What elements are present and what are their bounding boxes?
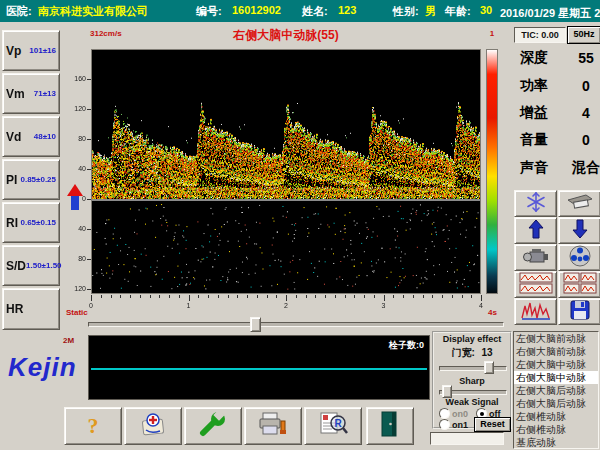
x-axis-tick (91, 295, 92, 301)
dual-view-button[interactable] (514, 271, 557, 298)
reset-button[interactable]: Reset (474, 417, 511, 432)
vessel-item[interactable]: 基底动脉 (514, 436, 598, 449)
floppy-button[interactable] (558, 298, 600, 325)
x-axis-tick (257, 295, 258, 298)
measure-label: HR (6, 302, 23, 316)
setting-value: 4 (572, 105, 600, 121)
report-button[interactable]: R (304, 407, 362, 445)
y-axis-tick (87, 229, 91, 230)
arrow-down-button[interactable] (558, 217, 600, 244)
vessel-item[interactable]: 右侧大脑前动脉 (514, 345, 598, 358)
x-axis-tick (393, 295, 394, 298)
display-effect-title: Display effect (434, 334, 510, 344)
setting-label: 功率 (520, 77, 548, 95)
gate-slider-thumb[interactable] (484, 361, 494, 374)
film-reel-button[interactable] (558, 244, 600, 271)
time-span-label: 4s (488, 308, 497, 317)
setting-row: 深度55 (514, 47, 600, 69)
x-axis-tick (325, 295, 326, 298)
header-field-label: 年龄: (445, 4, 471, 19)
patient-button[interactable] (124, 407, 182, 445)
camera-icon (522, 247, 549, 269)
tic-readout: TIC: 0.00 (514, 27, 566, 43)
arrow-up-button[interactable] (514, 217, 557, 244)
vessel-item[interactable]: 左侧大脑中动脉 (514, 358, 598, 371)
x-axis-tick (413, 295, 414, 298)
x-axis-tick (208, 295, 209, 298)
y-axis-tick-label: 40 (64, 224, 86, 234)
x-axis-tick (403, 295, 404, 298)
quad-view-button[interactable] (558, 271, 600, 298)
x-axis-tick (364, 295, 365, 298)
spectrum-button[interactable] (514, 298, 557, 325)
patient-icon (138, 411, 168, 442)
radio-on1-circle[interactable] (439, 419, 450, 430)
gate-width-label: 门宽: (451, 347, 474, 358)
wrench-button[interactable] (184, 407, 242, 445)
radio-on1[interactable]: on1 (439, 419, 468, 430)
snowflake-button[interactable] (514, 190, 557, 217)
vessel-item[interactable]: 右侧大脑后动脉 (514, 397, 598, 410)
exit-door-icon (379, 410, 401, 442)
help-button[interactable]: ? (64, 407, 122, 445)
eject-icon (566, 193, 594, 215)
radio-on0-label: on0 (452, 409, 468, 419)
header-field-label: 姓名: (302, 4, 328, 19)
eject-button[interactable] (558, 190, 600, 217)
x-axis-tick (286, 295, 287, 301)
radio-on0-circle[interactable] (439, 408, 450, 419)
y-axis-tick-label: 120 (64, 284, 86, 294)
setting-value: 0 (572, 132, 600, 148)
frequency-button[interactable]: 50Hz (567, 26, 600, 44)
gate-width-row: 门宽: 13 (434, 346, 510, 360)
vessel-item[interactable]: 右侧大脑中动脉 (514, 371, 598, 384)
setting-value: 55 (572, 50, 600, 66)
radio-on0[interactable]: on0 (439, 408, 468, 419)
measure-label: Vd (6, 130, 21, 144)
gate-slider-track[interactable] (439, 366, 507, 371)
measure-value: 0.65±0.15 (20, 218, 56, 227)
exit-door-button[interactable] (366, 407, 414, 445)
display-effect-group: Display effect 门宽: 13 Sharp Weak Signal … (432, 331, 512, 429)
y-axis-tick (87, 139, 91, 140)
timeline-slider-thumb[interactable] (250, 317, 261, 332)
x-axis-tick (189, 295, 190, 301)
x-axis-tick (452, 295, 453, 298)
header-bar: 2016/01/29 星期五 23:11:54 医院:南京科进实业有限公司编号:… (0, 0, 600, 22)
x-axis-tick (306, 295, 307, 298)
setting-row: 增益4 (514, 102, 600, 124)
svg-text:R: R (334, 418, 342, 429)
setting-label: 声音 (520, 159, 548, 177)
colorbar-scale-label: 1 (486, 29, 498, 38)
x-axis-tick (228, 295, 229, 298)
x-axis-tick (335, 295, 336, 298)
x-axis-tick (432, 295, 433, 298)
timeline-slider-track[interactable] (88, 322, 504, 327)
setting-label: 深度 (520, 49, 548, 67)
quad-view-icon (563, 272, 597, 298)
setting-value: 0 (572, 78, 600, 94)
setting-row: 音量0 (514, 129, 600, 151)
setting-row: 声音混合 (514, 157, 600, 179)
spectrogram-panel (91, 49, 481, 294)
vessel-item[interactable]: 左侧椎动脉 (514, 410, 598, 423)
printer-button[interactable] (244, 407, 302, 445)
vessel-item[interactable]: 左侧大脑后动脉 (514, 384, 598, 397)
camera-button[interactable] (514, 244, 557, 271)
vessel-item[interactable]: 右侧椎动脉 (514, 423, 598, 436)
vessel-title: 右侧大脑中动脉(55) (91, 27, 481, 44)
vessel-list: 左侧大脑前动脉右侧大脑前动脉左侧大脑中动脉右侧大脑中动脉左侧大脑后动脉右侧大脑后… (513, 331, 599, 449)
x-axis-tick (120, 295, 121, 298)
x-axis-tick-label: 1 (179, 302, 199, 309)
printer-icon (257, 411, 289, 441)
vessel-item[interactable]: 左侧大脑前动脉 (514, 332, 598, 345)
x-axis-tick (237, 295, 238, 298)
y-axis-tick (87, 109, 91, 110)
dual-view-icon (519, 272, 553, 298)
measure-value: 1.50±1.50 (26, 261, 62, 270)
datetime-label: 2016/01/29 星期五 23:11:54 (500, 6, 600, 21)
status-field (430, 432, 504, 445)
film-reel-icon (569, 245, 591, 271)
x-axis-tick (218, 295, 219, 298)
measure-label: Vp (6, 44, 21, 58)
